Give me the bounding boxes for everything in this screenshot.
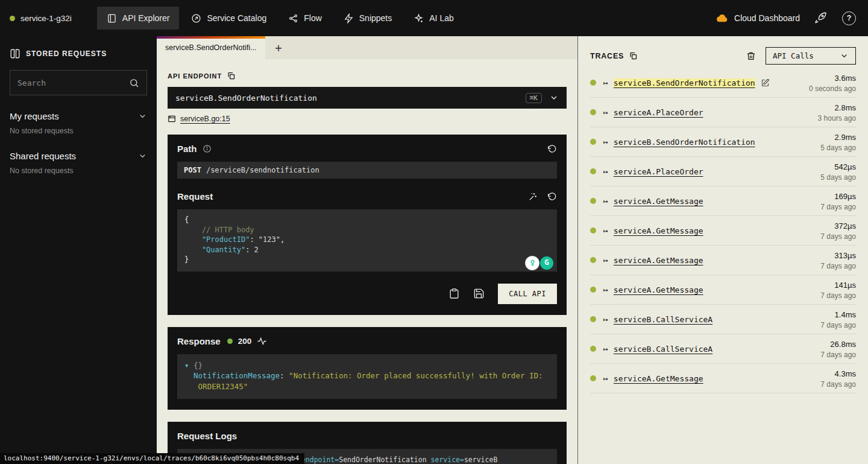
trace-link[interactable]: serviceB.CallServiceA	[614, 315, 712, 324]
my-requests-toggle[interactable]: My requests	[10, 111, 147, 121]
nav-service-catalog[interactable]: Service Catalog	[181, 7, 276, 30]
nav-flow[interactable]: Flow	[278, 7, 332, 30]
trace-age: 7 days ago	[820, 291, 856, 300]
trace-status-dot	[590, 80, 596, 86]
grammarly-icon[interactable]: G	[540, 256, 553, 270]
response-viewer: ▾ {} NotificationMessage: "Notification:…	[177, 354, 557, 399]
traces-panel: TRACES API Calls ↦ serviceB.SendOrderNot…	[577, 36, 868, 464]
trace-link[interactable]: serviceB.SendOrderNotification	[614, 78, 755, 87]
trace-row[interactable]: ↦ serviceA.GetMessage 4.3ms7 days ago	[590, 364, 856, 393]
app-switcher[interactable]: service-1-g32i	[10, 14, 72, 23]
trace-age: 7 days ago	[820, 321, 856, 329]
primary-nav: API Explorer Service Catalog Flow Snippe…	[97, 7, 464, 30]
trace-duration: 141µs	[834, 281, 856, 290]
trace-duration: 313µs	[834, 251, 856, 260]
trace-arrow-icon: ↦	[603, 345, 608, 354]
trace-row[interactable]: ↦ serviceB.SendOrderNotification 3.6ms0 …	[590, 68, 856, 98]
trace-link[interactable]: serviceA.GetMessage	[614, 197, 703, 206]
trace-status-dot	[590, 316, 596, 322]
endpoint-select[interactable]: serviceB.SendOrderNotification ⌘K	[168, 87, 567, 109]
trace-duration: 26.8ms	[830, 340, 856, 349]
shared-requests-toggle[interactable]: Shared requests	[10, 151, 147, 161]
trace-link[interactable]: serviceB.CallServiceA	[614, 345, 712, 354]
trace-row[interactable]: ↦ serviceA.PlaceOrder 2.8ms3 hours ago	[590, 98, 856, 127]
trace-duration: 2.9ms	[835, 133, 856, 142]
stored-requests-icon	[10, 48, 20, 59]
help-icon[interactable]: ?	[842, 11, 856, 25]
nav-item-label: Flow	[304, 13, 322, 23]
copy-traces-icon[interactable]	[629, 51, 638, 60]
nav-ai-lab[interactable]: AI Lab	[404, 7, 463, 30]
trace-age: 5 days ago	[820, 173, 856, 182]
trash-icon[interactable]	[746, 51, 756, 61]
path-input[interactable]: POST /serviceB/sendnotification	[177, 162, 557, 179]
trace-row[interactable]: ↦ serviceA.GetMessage 169µs7 days ago	[590, 186, 856, 216]
trace-filter-select[interactable]: API Calls	[766, 47, 856, 65]
trace-link[interactable]: serviceA.GetMessage	[614, 374, 703, 383]
search-input[interactable]	[17, 78, 129, 87]
trace-duration: 1.4ms	[835, 310, 856, 319]
request-logs-label: Request Logs	[177, 431, 237, 441]
trace-row[interactable]: ↦ serviceB.CallServiceA 26.8ms7 days ago	[590, 334, 856, 364]
trace-link[interactable]: serviceA.PlaceOrder	[614, 108, 703, 117]
trace-row[interactable]: ↦ serviceA.PlaceOrder 542µs5 days ago	[590, 157, 856, 186]
reset-path-icon[interactable]	[547, 144, 557, 154]
new-tab-button[interactable]: +	[265, 36, 292, 59]
rocket-icon[interactable]	[814, 11, 828, 25]
nav-item-label: Snippets	[359, 13, 392, 23]
request-label: Request	[177, 191, 213, 202]
trace-link[interactable]: serviceA.GetMessage	[614, 285, 703, 294]
nav-snippets[interactable]: Snippets	[334, 7, 401, 30]
open-trace-icon[interactable]	[761, 78, 770, 87]
api-explorer-icon	[107, 13, 117, 24]
search-icon	[129, 78, 139, 88]
request-body-editor[interactable]: { // HTTP body "ProductID": "123", "Quan…	[177, 209, 557, 272]
trace-link[interactable]: serviceA.GetMessage	[614, 256, 703, 265]
api-endpoint-label: API ENDPOINT	[168, 72, 222, 80]
api-endpoint-header: API ENDPOINT	[168, 71, 567, 80]
trace-status-dot	[590, 139, 596, 145]
reset-request-icon[interactable]	[547, 192, 557, 202]
code-comment: // HTTP body	[184, 226, 254, 234]
stored-requests-sidebar: STORED REQUESTS My requests No stored re…	[0, 36, 157, 464]
chevron-down-icon	[840, 51, 849, 60]
trace-age: 0 seconds ago	[809, 84, 856, 93]
prettify-wand-icon[interactable]	[528, 192, 538, 202]
request-logs-header: Request Logs	[177, 431, 557, 441]
trace-row[interactable]: ↦ serviceA.GetMessage 141µs7 days ago	[590, 275, 856, 305]
app-body: STORED REQUESTS My requests No stored re…	[0, 36, 868, 464]
trace-row[interactable]: ↦ serviceA.GetMessage 372µs7 days ago	[590, 216, 856, 246]
copy-endpoint-icon[interactable]	[227, 71, 236, 80]
cloud-dashboard-link[interactable]: Cloud Dashboard	[715, 11, 800, 25]
chevron-down-icon	[138, 151, 147, 160]
source-link[interactable]: serviceB.go:15	[180, 115, 230, 123]
call-api-button[interactable]: CALL API	[498, 284, 557, 304]
trace-status-dot	[590, 168, 596, 174]
service-catalog-icon	[191, 13, 201, 24]
trace-link[interactable]: serviceB.SendOrderNotification	[614, 138, 755, 147]
code-line: }	[184, 255, 550, 265]
traces-title: TRACES	[590, 52, 624, 60]
trace-row[interactable]: ↦ serviceB.CallServiceA 1.4ms7 days ago	[590, 305, 856, 334]
trace-age: 7 days ago	[820, 262, 856, 270]
trace-row[interactable]: ↦ serviceB.SendOrderNotification 2.9ms5 …	[590, 127, 856, 157]
copy-request-icon[interactable]	[448, 288, 460, 299]
grammarly-widget: G	[526, 256, 553, 270]
chevron-down-icon	[138, 112, 147, 121]
collapse-toggle[interactable]: ▾	[184, 361, 189, 370]
trace-arrow-icon: ↦	[603, 285, 608, 294]
http-method: POST	[184, 166, 201, 174]
shortcut-badge: ⌘K	[526, 93, 542, 103]
response-line: ORDER12345"	[184, 381, 550, 392]
grammarly-tone-icon[interactable]	[526, 256, 539, 270]
trace-link[interactable]: serviceA.PlaceOrder	[614, 167, 703, 176]
nav-item-label: API Explorer	[122, 13, 170, 23]
trace-link[interactable]: serviceA.GetMessage	[614, 226, 703, 235]
code-line: {	[184, 215, 550, 225]
save-request-icon[interactable]	[473, 288, 485, 299]
activity-icon[interactable]	[257, 336, 267, 346]
nav-api-explorer[interactable]: API Explorer	[97, 7, 180, 30]
tab-endpoint[interactable]: serviceB.SendOrderNotifi...	[157, 36, 265, 59]
trace-row[interactable]: ↦ serviceA.GetMessage 313µs7 days ago	[590, 246, 856, 275]
trace-arrow-icon: ↦	[603, 315, 608, 324]
